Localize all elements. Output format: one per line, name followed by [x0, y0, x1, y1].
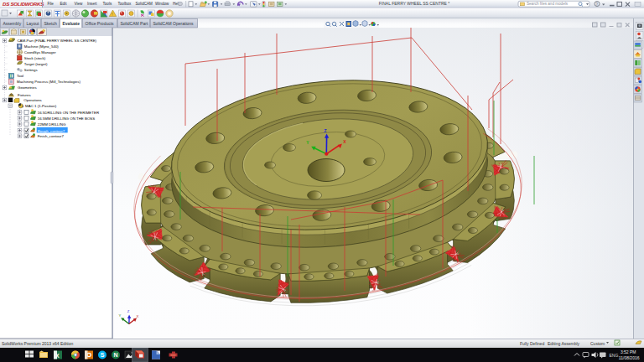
svg-text:Stock (stock): Stock (stock) [24, 56, 46, 60]
svg-text:!: ! [112, 12, 112, 17]
svg-text:11/08/2016: 11/08/2016 [619, 355, 640, 360]
svg-text:Target (target): Target (target) [24, 62, 48, 66]
svg-text:Layout: Layout [27, 21, 40, 26]
svg-text:16.5MM DRILLING ON THE BOSS: 16.5MM DRILLING ON THE BOSS [38, 116, 96, 121]
svg-text:Rough_contour7: Rough_contour7 [38, 129, 65, 133]
svg-text:Window: Window [155, 2, 169, 6]
svg-text:Y: Y [119, 313, 122, 318]
svg-text:Fully Defined: Fully Defined [520, 341, 544, 346]
svg-text:X: X [55, 353, 60, 359]
svg-text:ENG: ENG [610, 353, 619, 358]
svg-text:Custom: Custom [590, 341, 605, 346]
svg-text:N: N [114, 352, 118, 358]
svg-text:Geometries: Geometries [18, 85, 37, 90]
svg-text:Assembly: Assembly [3, 21, 22, 26]
svg-text:View: View [75, 2, 84, 6]
svg-text:SolidCAM Operations: SolidCAM Operations [153, 21, 195, 26]
svg-text:DS SOLIDWORKS: DS SOLIDWORKS [3, 1, 44, 7]
svg-text:File: File [48, 2, 55, 6]
svg-text:Sketch: Sketch [44, 21, 58, 26]
svg-text:Z: Z [127, 309, 130, 313]
svg-text:Search files and models: Search files and models [527, 2, 569, 6]
svg-text:Settings: Settings [24, 68, 39, 72]
svg-text:SolidCAM: SolidCAM [136, 2, 153, 6]
svg-text:Machining Process (Mill_Techno: Machining Process (Mill_Technologies) [17, 80, 80, 84]
svg-text:Evaluate: Evaluate [63, 21, 80, 26]
svg-text:Editing Assembly: Editing Assembly [548, 341, 580, 346]
svg-text:Insert: Insert [87, 2, 97, 6]
svg-text:Fixtures: Fixtures [18, 93, 31, 97]
svg-text:Edit: Edit [60, 2, 68, 6]
svg-text:22MM DRILLING: 22MM DRILLING [38, 122, 66, 127]
svg-text:Z: Z [325, 128, 327, 133]
svg-text:MAC 1 (1-Position): MAC 1 (1-Position) [25, 104, 57, 108]
svg-text:?: ? [595, 3, 598, 7]
svg-text:Tool: Tool [17, 74, 23, 78]
svg-text:S: S [101, 352, 105, 358]
svg-text:CoordSys Manager: CoordSys Manager [24, 50, 56, 54]
svg-text:SolidCAM Part: SolidCAM Part [121, 21, 148, 26]
svg-text:FINAL FERRY WHEEL SS CENTRE *: FINAL FERRY WHEEL SS CENTRE * [379, 1, 450, 6]
svg-text:SolidWorks Premium 2013 x64 Ed: SolidWorks Premium 2013 x64 Edition [2, 341, 73, 346]
svg-text:Operations: Operations [23, 98, 42, 102]
svg-text:Finish_contour7: Finish_contour7 [38, 134, 65, 138]
svg-text:Machine (Mynx_540): Machine (Mynx_540) [24, 44, 60, 49]
svg-text:X: X [137, 314, 139, 318]
svg-text:Tools: Tools [103, 2, 112, 6]
svg-text:CAM-Part (FINAL FERRY WHEEL SS: CAM-Part (FINAL FERRY WHEEL SS CENTRE) [17, 39, 96, 43]
svg-text:Toolbox: Toolbox [118, 2, 132, 6]
svg-text:3:52 PM: 3:52 PM [621, 349, 636, 354]
svg-text:Office Products: Office Products [86, 21, 115, 26]
svg-text:16.5DRILLING ON THE PERIMETER: 16.5DRILLING ON THE PERIMETER [38, 111, 99, 115]
